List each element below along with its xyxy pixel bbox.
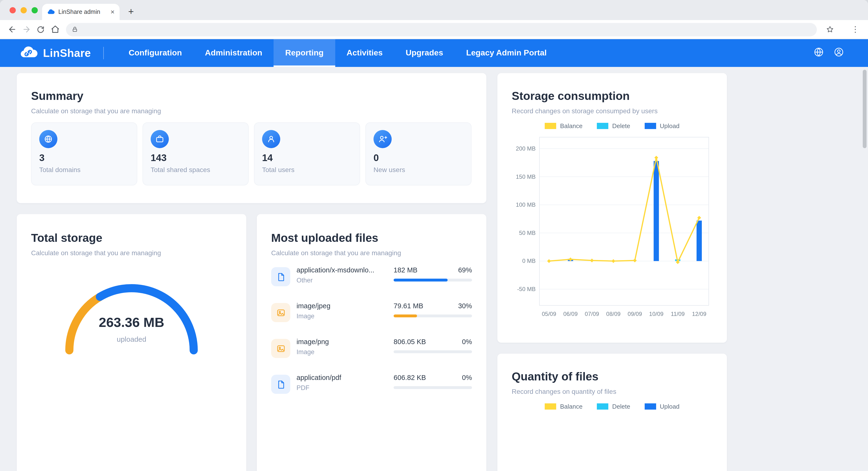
file-name: image/jpeg bbox=[297, 302, 385, 310]
forward-button[interactable] bbox=[19, 22, 33, 37]
star-icon bbox=[826, 25, 834, 33]
tab-strip: LinShare admin ✕ + bbox=[0, 0, 868, 20]
stat-total-users: 14 Total users bbox=[254, 122, 360, 186]
nav-items: Configuration Administration Reporting A… bbox=[117, 39, 558, 67]
tab-close-icon[interactable]: ✕ bbox=[111, 9, 115, 14]
stat-value: 14 bbox=[262, 153, 352, 163]
browser-toolbar: ⋮ bbox=[0, 20, 868, 39]
address-bar[interactable] bbox=[66, 23, 817, 36]
file-name: application/pdf bbox=[297, 374, 385, 381]
stat-value: 3 bbox=[39, 153, 129, 163]
svg-text:50 MB: 50 MB bbox=[519, 230, 536, 236]
nav-item-administration[interactable]: Administration bbox=[193, 39, 274, 67]
legend-label: Upload bbox=[660, 403, 679, 410]
file-percent: 0% bbox=[462, 374, 472, 381]
browser-menu-button[interactable]: ⋮ bbox=[851, 24, 859, 34]
file-percent: 0% bbox=[462, 338, 472, 345]
quantity-of-files-card: Quantity of files Record changes on quan… bbox=[497, 354, 727, 471]
file-size: 806.05 KB bbox=[394, 338, 426, 345]
svg-text:200 MB: 200 MB bbox=[516, 145, 536, 152]
file-row: application/pdf PDF 606.82 KB 0% bbox=[271, 374, 472, 404]
file-row: image/png Image 806.05 KB 0% bbox=[271, 338, 472, 368]
stat-new-users: 0 New users bbox=[365, 122, 471, 186]
page-scrollbar[interactable] bbox=[863, 70, 867, 148]
balance-swatch-icon bbox=[545, 123, 556, 129]
home-button[interactable] bbox=[48, 22, 62, 37]
back-button[interactable] bbox=[5, 22, 19, 37]
storage-consumption-chart: 200 MB150 MB100 MB50 MB0 MB-50 MB05/0906… bbox=[512, 134, 713, 322]
total-storage-subtitle: Calculate on storage that you are managi… bbox=[31, 249, 232, 257]
file-category: Image bbox=[297, 312, 394, 320]
legend-label: Delete bbox=[612, 403, 630, 410]
svg-text:10/09: 10/09 bbox=[649, 311, 663, 317]
file-icon bbox=[271, 375, 290, 394]
stat-label: Total users bbox=[262, 166, 352, 173]
forward-arrow-icon bbox=[22, 25, 31, 34]
stat-total-shared-spaces: 143 Total shared spaces bbox=[143, 122, 249, 186]
progress-track bbox=[394, 314, 472, 317]
storage-consumption-subtitle: Record changes on storage consumped by u… bbox=[512, 107, 713, 115]
bookmark-button[interactable] bbox=[823, 22, 837, 37]
zoom-window-button[interactable] bbox=[32, 7, 38, 13]
language-button[interactable] bbox=[813, 47, 824, 59]
quantity-of-files-subtitle: Record changes on quantity of files bbox=[512, 388, 713, 395]
linshare-favicon-cloud-icon bbox=[47, 8, 55, 16]
svg-text:05/09: 05/09 bbox=[542, 311, 556, 317]
brand[interactable]: LinShare bbox=[18, 46, 91, 60]
stat-label: Total shared spaces bbox=[151, 166, 241, 173]
svg-text:07/09: 07/09 bbox=[585, 311, 599, 317]
user-icon bbox=[262, 130, 280, 148]
gauge-label: uploaded bbox=[57, 335, 206, 343]
chart-legend: Balance Delete Upload bbox=[512, 403, 713, 410]
most-uploaded-title: Most uploaded files bbox=[271, 231, 472, 245]
delete-swatch-icon bbox=[597, 123, 608, 129]
address-bar-input[interactable] bbox=[82, 26, 811, 33]
svg-text:08/09: 08/09 bbox=[606, 311, 621, 317]
account-button[interactable] bbox=[834, 47, 844, 59]
progress-fill bbox=[394, 314, 417, 317]
delete-swatch-icon bbox=[597, 403, 608, 410]
balance-swatch-icon bbox=[545, 403, 556, 410]
new-tab-button[interactable]: + bbox=[124, 5, 138, 18]
legend-item-upload: Upload bbox=[644, 403, 679, 410]
minimize-window-button[interactable] bbox=[21, 7, 27, 13]
file-size: 606.82 KB bbox=[394, 374, 426, 381]
stat-value: 143 bbox=[151, 153, 241, 163]
nav-item-upgrades[interactable]: Upgrades bbox=[394, 39, 455, 67]
summary-stats: 3 Total domains 143 Total shared spaces bbox=[31, 122, 472, 186]
file-list: application/x-msdownlo... Other 182 MB 6… bbox=[271, 266, 472, 404]
legend-label: Upload bbox=[660, 122, 679, 130]
storage-consumption-title: Storage consumption bbox=[512, 89, 713, 103]
total-storage-card: Total storage Calculate on storage that … bbox=[17, 214, 246, 471]
app-navbar: LinShare Configuration Administration Re… bbox=[0, 39, 868, 67]
nav-item-configuration[interactable]: Configuration bbox=[117, 39, 193, 67]
file-size: 79.61 MB bbox=[394, 302, 423, 310]
back-arrow-icon bbox=[7, 25, 17, 34]
nav-item-activities[interactable]: Activities bbox=[335, 39, 394, 67]
file-usage: 606.82 KB 0% bbox=[394, 374, 472, 389]
nav-item-legacy-admin-portal[interactable]: Legacy Admin Portal bbox=[455, 39, 558, 67]
file-usage: 79.61 MB 30% bbox=[394, 302, 472, 317]
storage-consumption-card: Storage consumption Record changes on st… bbox=[497, 73, 727, 343]
close-window-button[interactable] bbox=[9, 7, 16, 13]
tab-title: LinShare admin bbox=[58, 9, 107, 15]
globe-icon bbox=[813, 47, 824, 57]
file-percent: 30% bbox=[458, 302, 472, 310]
svg-text:12/09: 12/09 bbox=[692, 311, 706, 317]
chart-legend: Balance Delete Upload bbox=[512, 122, 713, 130]
nav-item-reporting[interactable]: Reporting bbox=[274, 39, 335, 67]
window: LinShare admin ✕ + bbox=[0, 0, 868, 471]
reload-button[interactable] bbox=[33, 22, 48, 37]
legend-label: Delete bbox=[612, 122, 630, 130]
progress-track bbox=[394, 350, 472, 353]
gauge-value: 263.36 MB bbox=[57, 315, 206, 330]
stat-total-domains: 3 Total domains bbox=[31, 122, 137, 186]
svg-text:-50 MB: -50 MB bbox=[517, 286, 536, 292]
account-icon bbox=[834, 47, 844, 57]
file-category: PDF bbox=[297, 384, 394, 392]
file-meta: image/png Image bbox=[297, 338, 394, 356]
file-icon bbox=[271, 267, 290, 286]
home-icon bbox=[51, 25, 60, 34]
browser-tab[interactable]: LinShare admin ✕ bbox=[42, 4, 120, 20]
file-category: Image bbox=[297, 348, 394, 356]
